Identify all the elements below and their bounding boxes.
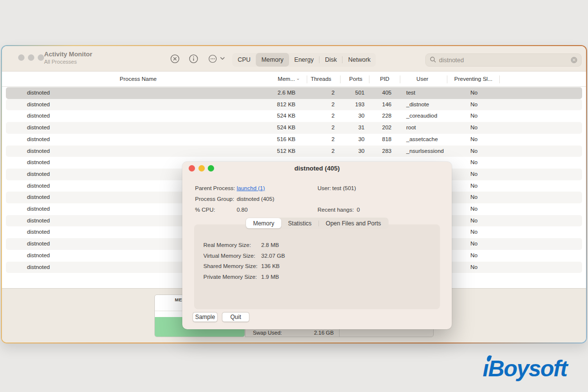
column-header-threads[interactable]: Threads bbox=[310, 76, 332, 82]
stat-value: 2.8 MB bbox=[261, 242, 279, 248]
view-tab-network[interactable]: Network bbox=[343, 53, 376, 67]
cell-name: distnoted bbox=[27, 148, 50, 154]
column-header-ports[interactable]: Ports bbox=[347, 76, 365, 82]
cell-user: _distnote bbox=[406, 101, 429, 107]
cell-preventing: No bbox=[470, 124, 478, 130]
table-row[interactable]: distnoted512 KB230283_nsurlsessiondNo bbox=[6, 146, 582, 157]
cell-name: distnoted bbox=[27, 90, 50, 96]
view-switcher: CPUMemoryEnergyDiskNetwork bbox=[232, 53, 376, 67]
cell-preventing: No bbox=[470, 136, 478, 142]
column-header-pid[interactable]: PID bbox=[377, 76, 392, 82]
column-divider bbox=[307, 75, 307, 83]
window-zoom-button[interactable] bbox=[38, 54, 44, 61]
app-subtitle: All Processes bbox=[44, 59, 77, 65]
cell-pid: 283 bbox=[382, 148, 392, 154]
search-icon bbox=[430, 56, 436, 65]
quit-button[interactable]: Quit bbox=[222, 312, 249, 322]
column-divider bbox=[340, 75, 341, 83]
chevron-down-icon[interactable] bbox=[219, 55, 229, 65]
table-row[interactable]: distnoted524 KB231202rootNo bbox=[6, 122, 582, 134]
cell-preventing: No bbox=[470, 229, 478, 235]
cell-name: distnoted bbox=[27, 206, 50, 212]
process-group-value: distnoted (405) bbox=[237, 196, 274, 202]
view-tab-memory[interactable]: Memory bbox=[256, 53, 289, 67]
process-detail-dialog: distnoted (405) Parent Process: launchd … bbox=[182, 162, 452, 329]
cell-mem: 524 KB bbox=[277, 124, 295, 130]
cell-preventing: No bbox=[470, 101, 478, 107]
cell-pid: 202 bbox=[382, 124, 392, 130]
cell-name: distnoted bbox=[27, 113, 50, 119]
table-row[interactable]: distnoted524 KB230228_coreaudiodNo bbox=[6, 110, 582, 122]
cell-preventing: No bbox=[470, 264, 478, 270]
cell-threads: 2 bbox=[332, 136, 335, 142]
cell-preventing: No bbox=[470, 90, 478, 96]
recent-hangs-label: Recent hangs: bbox=[318, 207, 354, 213]
cell-mem: 512 KB bbox=[277, 148, 295, 154]
table-row[interactable]: distnoted812 KB2193146_distnoteNo bbox=[6, 99, 582, 111]
cell-threads: 2 bbox=[332, 90, 335, 96]
brand-watermark: ıBoysoft bbox=[483, 354, 567, 383]
view-tab-energy[interactable]: Energy bbox=[289, 53, 319, 67]
cell-threads: 2 bbox=[332, 113, 335, 119]
search-input[interactable]: distnoted bbox=[439, 57, 568, 64]
table-header: Process NameMem...⌄ThreadsPortsPIDUserPr… bbox=[2, 72, 586, 87]
cell-preventing: No bbox=[470, 171, 478, 177]
column-divider bbox=[499, 75, 500, 83]
quit-process-icon[interactable] bbox=[170, 54, 180, 64]
cell-threads: 2 bbox=[332, 148, 335, 154]
cell-preventing: No bbox=[470, 183, 478, 189]
dialog-tab-open-files-and-ports[interactable]: Open Files and Ports bbox=[319, 218, 388, 228]
view-tab-disk[interactable]: Disk bbox=[319, 53, 342, 67]
cpu-value: 0.80 bbox=[237, 207, 247, 213]
search-clear-icon[interactable]: ✕ bbox=[571, 57, 577, 63]
dialog-tab-statistics[interactable]: Statistics bbox=[281, 218, 318, 228]
search-field[interactable]: distnoted ✕ bbox=[425, 53, 582, 67]
cell-threads: 2 bbox=[332, 101, 335, 107]
cell-mem: 516 KB bbox=[277, 136, 295, 142]
cell-user: _assetcache bbox=[406, 136, 438, 142]
dialog-tab-memory[interactable]: Memory bbox=[246, 218, 281, 228]
cell-user: root bbox=[406, 124, 416, 130]
more-options-icon[interactable] bbox=[208, 54, 218, 64]
cell-pid: 818 bbox=[382, 136, 392, 142]
cell-ports: 31 bbox=[358, 124, 365, 130]
cell-preventing: No bbox=[470, 159, 478, 165]
cell-ports: 30 bbox=[358, 113, 365, 119]
window-minimize-button[interactable] bbox=[28, 54, 34, 61]
column-header-preventing-sl---[interactable]: Preventing Sl... bbox=[454, 76, 492, 82]
swap-used-value: 2.16 GB bbox=[314, 330, 334, 336]
cell-user: _nsurlsessiond bbox=[406, 148, 444, 154]
cell-user: _coreaudiod bbox=[406, 113, 437, 119]
cell-name: distnoted bbox=[27, 264, 50, 270]
brand-name: ıBoysoft bbox=[483, 356, 567, 381]
cell-name: distnoted bbox=[27, 229, 50, 235]
inspect-process-icon[interactable] bbox=[189, 54, 198, 64]
cell-pid: 228 bbox=[382, 113, 392, 119]
column-divider bbox=[447, 75, 447, 83]
table-row[interactable]: distnoted2.6 MB2501405testNo bbox=[6, 87, 582, 99]
cell-ports: 501 bbox=[355, 90, 365, 96]
user-value: test (501) bbox=[332, 185, 356, 191]
dialog-title: distnoted (405) bbox=[182, 165, 452, 172]
column-header-user[interactable]: User bbox=[410, 76, 435, 82]
sample-button[interactable]: Sample bbox=[193, 312, 218, 322]
table-row[interactable]: distnoted516 KB230818_assetcacheNo bbox=[6, 134, 582, 146]
column-divider bbox=[400, 75, 400, 83]
cell-mem: 812 KB bbox=[277, 101, 295, 107]
cell-preventing: No bbox=[470, 113, 478, 119]
cell-ports: 193 bbox=[355, 101, 365, 107]
parent-process-link[interactable]: launchd (1) bbox=[237, 185, 265, 191]
recent-hangs-value: 0 bbox=[357, 207, 360, 213]
cell-threads: 2 bbox=[332, 124, 335, 130]
window-close-button[interactable] bbox=[18, 54, 24, 61]
stat-label: Private Memory Size: bbox=[203, 274, 257, 280]
view-tab-cpu[interactable]: CPU bbox=[232, 53, 256, 67]
column-header-mem---[interactable]: Mem... bbox=[278, 76, 295, 82]
parent-process-label: Parent Process: bbox=[195, 185, 235, 191]
cell-preventing: No bbox=[470, 148, 478, 154]
cell-name: distnoted bbox=[27, 241, 50, 246]
cell-preventing: No bbox=[470, 218, 478, 223]
stat-label: Shared Memory Size: bbox=[203, 263, 258, 269]
column-header-process-name[interactable]: Process Name bbox=[109, 76, 168, 82]
sort-descending-icon: ⌄ bbox=[296, 75, 300, 81]
